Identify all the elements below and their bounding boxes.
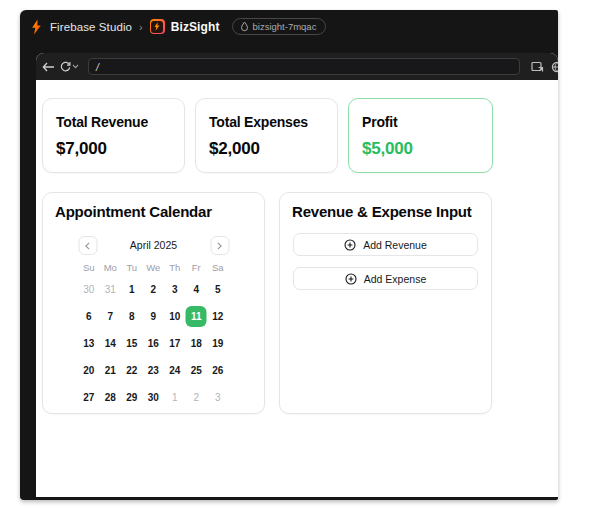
profit-value: $5,000 (362, 139, 479, 159)
calendar-day[interactable]: 24 (164, 360, 185, 381)
calendar-day[interactable]: 28 (100, 387, 121, 408)
calendar-day[interactable]: 9 (143, 306, 164, 327)
add-expense-button[interactable]: Add Expense (293, 267, 478, 290)
stats-row: Total Revenue $7,000 Total Expenses $2,0… (42, 98, 493, 173)
plus-circle-icon (344, 239, 356, 251)
calendar-day[interactable]: 30 (143, 387, 164, 408)
calendar-title: Appointment Calendar (43, 193, 264, 220)
calendar-weekdays: SuMoTuWeThFrSa (78, 262, 229, 273)
flame-icon (29, 19, 44, 35)
calendar-day[interactable]: 3 (207, 387, 228, 408)
calendar-day[interactable]: 27 (78, 387, 99, 408)
profit-card: Profit $5,000 (348, 98, 493, 173)
popout-icon (531, 61, 544, 73)
weekday-label: We (143, 262, 165, 273)
calendar-day[interactable]: 8 (121, 306, 142, 327)
workspace-badge[interactable]: bizsight-7mqac (232, 18, 327, 35)
chevron-down-icon (72, 64, 79, 69)
calendar-prev-button[interactable] (78, 236, 97, 255)
calendar: April 2025 SuMoTuWeThFrSa 30311234567891… (78, 236, 229, 411)
back-button[interactable] (42, 62, 55, 72)
total-expenses-title: Total Expenses (209, 114, 324, 130)
profit-title: Profit (362, 114, 479, 130)
calendar-day[interactable]: 3 (164, 279, 185, 300)
open-in-new-window-button[interactable] (531, 61, 544, 73)
calendar-grid: 3031123456789101112131415161718192021222… (78, 276, 229, 411)
revenue-expense-input-card: Revenue & Expense Input Add Revenue (279, 192, 492, 414)
bolt-icon (150, 19, 165, 34)
add-revenue-label: Add Revenue (363, 239, 427, 251)
reload-icon (60, 61, 71, 72)
appointment-calendar-card: Appointment Calendar April 2025 (42, 192, 265, 414)
calendar-next-button[interactable] (210, 236, 229, 255)
calendar-nav: April 2025 (78, 236, 229, 255)
url-value: / (96, 61, 99, 73)
input-panel-body: Add Revenue Add Expense (280, 220, 491, 290)
calendar-day[interactable]: 30 (78, 279, 99, 300)
calendar-day[interactable]: 22 (121, 360, 142, 381)
calendar-day[interactable]: 1 (121, 279, 142, 300)
calendar-day[interactable]: 29 (121, 387, 142, 408)
calendar-day[interactable]: 21 (100, 360, 121, 381)
arrow-left-icon (42, 62, 55, 72)
calendar-day[interactable]: 31 (100, 279, 121, 300)
chevron-left-icon (85, 242, 91, 250)
calendar-day[interactable]: 13 (78, 333, 99, 354)
breadcrumb: Firebase Studio › BizSight bizsight-7mqa… (20, 10, 558, 43)
weekday-label: Sa (207, 262, 229, 273)
calendar-day[interactable]: 5 (207, 279, 228, 300)
calendar-day[interactable]: 7 (100, 306, 121, 327)
calendar-day[interactable]: 26 (207, 360, 228, 381)
calendar-day-selected[interactable]: 11 (186, 306, 207, 327)
workspace-badge-label: bizsight-7mqac (253, 21, 317, 32)
total-revenue-value: $7,000 (56, 139, 171, 159)
app-content: Total Revenue $7,000 Total Expenses $2,0… (36, 80, 558, 497)
calendar-day[interactable]: 10 (164, 306, 185, 327)
calendar-day[interactable]: 4 (186, 279, 207, 300)
input-panel-title: Revenue & Expense Input (280, 193, 491, 220)
total-revenue-title: Total Revenue (56, 114, 171, 130)
calendar-day[interactable]: 19 (207, 333, 228, 354)
calendar-day[interactable]: 12 (207, 306, 228, 327)
total-revenue-card: Total Revenue $7,000 (42, 98, 185, 173)
calendar-day[interactable]: 14 (100, 333, 121, 354)
url-input[interactable]: / (88, 58, 520, 75)
calendar-day[interactable]: 15 (121, 333, 142, 354)
firebase-studio-window: Firebase Studio › BizSight bizsight-7mqa… (20, 10, 558, 500)
total-expenses-card: Total Expenses $2,000 (195, 98, 338, 173)
app-preview-panel: / (36, 53, 558, 497)
add-revenue-button[interactable]: Add Revenue (293, 233, 478, 256)
app-title[interactable]: Firebase Studio (50, 21, 132, 33)
calendar-day[interactable]: 25 (186, 360, 207, 381)
calendar-day[interactable]: 16 (143, 333, 164, 354)
breadcrumb-separator: › (138, 21, 144, 33)
calendar-day[interactable]: 20 (78, 360, 99, 381)
chevron-right-icon (217, 242, 223, 250)
calendar-day[interactable]: 1 (164, 387, 185, 408)
add-expense-label: Add Expense (364, 273, 426, 285)
calendar-day[interactable]: 17 (164, 333, 185, 354)
calendar-day[interactable]: 2 (186, 387, 207, 408)
drop-icon (240, 21, 249, 32)
calendar-month-label: April 2025 (78, 236, 229, 255)
calendar-day[interactable]: 2 (143, 279, 164, 300)
globe-icon[interactable] (551, 61, 558, 73)
weekday-label: Tu (121, 262, 143, 273)
calendar-day[interactable]: 23 (143, 360, 164, 381)
calendar-day[interactable]: 18 (186, 333, 207, 354)
plus-circle-icon (345, 273, 357, 285)
calendar-day[interactable]: 6 (78, 306, 99, 327)
total-expenses-value: $2,000 (209, 139, 324, 159)
weekday-label: Th (164, 262, 186, 273)
weekday-label: Mo (100, 262, 122, 273)
weekday-label: Fr (186, 262, 208, 273)
reload-button[interactable] (60, 61, 79, 72)
preview-toolbar: / (36, 53, 558, 80)
project-title[interactable]: BizSight (171, 20, 220, 34)
panels-row: Appointment Calendar April 2025 (42, 192, 492, 414)
weekday-label: Su (78, 262, 100, 273)
